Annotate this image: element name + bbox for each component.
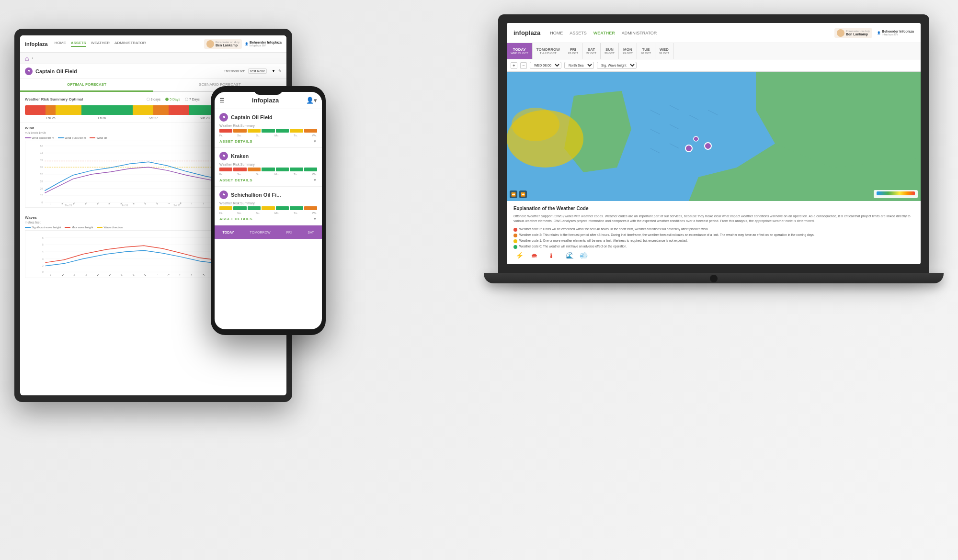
captain-bar-orange [233,129,246,133]
kraken-day-we: We. [312,173,317,176]
tablet-nav-assets[interactable]: ASSETS [71,41,86,47]
phone-tab-sat[interactable]: SAT [308,231,314,234]
radio-7days [185,98,188,101]
svg-text:↙: ↙ [109,273,111,276]
threshold-dropdown-icon[interactable]: ▼ [272,69,275,73]
phone-tab-fri[interactable]: FRI [286,231,292,234]
kraken-day-su: Su. [256,173,260,176]
date-tab-mon[interactable]: MON 29 OCT [619,43,637,59]
date-tab-wed2[interactable]: WED 31 OCT [655,43,673,59]
risk-seg-yellow2 [133,105,153,115]
radio-5days [165,98,169,101]
laptop-nav-home[interactable]: HOME [550,31,563,35]
tablet-nav-home[interactable]: HOME [55,41,66,47]
phone-tab-tomorrow[interactable]: TOMORROW [250,231,271,234]
parameter-select[interactable]: Sig. Wave height [597,62,637,69]
tablet-user-icon: 👤 [245,42,248,45]
laptop-logo: infoplaza [513,29,540,36]
days-5-option[interactable]: 5 Days [165,98,180,101]
edit-button[interactable]: ✎ [278,69,282,73]
zoom-out-btn[interactable]: − [520,62,527,69]
phone-asset-captain: ⚑ Captain Oil Field Weather Risk Summary [215,109,322,148]
laptop-nav-admin[interactable]: ADMINISTRATOR [622,31,657,35]
weather-icons-row: ⚡ Lightning 🌧 Rain 🌡 Temperature 🌊 [513,252,914,258]
svg-text:Thu 25: Thu 25 [65,204,72,207]
day-label-thu: Thu 25 [25,116,76,120]
time-select[interactable]: WED 08:00 [530,62,561,69]
captain-asset-details[interactable]: ASSET DETAILS ▼ [219,139,317,144]
schiehallion-asset-details[interactable]: ASSET DETAILS ▼ [219,217,317,221]
sch-day-sa: Sa. [237,212,241,214]
date-tab-sat[interactable]: SAT 27 OCT [582,43,601,59]
sig-wave-label: Significant wave height [32,226,61,229]
risk-seg-yellow1 [56,105,81,115]
wave-dir-label: Wave direction [103,226,122,229]
svg-rect-14 [877,191,915,195]
laptop-device: infoplaza HOME ASSETS WEATHER ADMINISTRA… [498,14,929,292]
kraken-asset-details[interactable]: ASSET DETAILS ▼ [219,178,317,182]
date-tab-tomorrow[interactable]: TOMORROW THU 25 OCT [533,43,564,59]
play-forward-btn[interactable]: ⏩ [519,190,527,198]
sch-bar-yellow2 [262,206,274,210]
kraken-asset-name: Kraken [231,153,249,159]
svg-text:44: 44 [40,152,43,155]
captain-day-we: We. [312,134,317,137]
svg-text:→: → [168,202,171,205]
captain-day-su: Su. [256,134,260,137]
threshold-value[interactable]: Test Rene [248,68,267,74]
region-select[interactable]: North Sea [564,62,594,69]
sat-label: SAT [586,47,596,52]
svg-text:20: 20 [40,188,43,190]
phone-tab-today[interactable]: TODAY [223,231,234,234]
user-info: Beheerder Infoplaza Infoplaza BV [882,30,914,36]
days-7-option[interactable]: 7 Days [185,98,200,101]
date-tab-today[interactable]: TODAY WED 24 OCT [507,43,533,59]
captain-bar-yellow [248,129,261,133]
play-back-btn[interactable]: ⏪ [510,190,517,198]
days-3-option[interactable]: 3 days [147,98,161,101]
code-item-yellow: Weather code 1: One or more weather elem… [513,239,914,243]
sidebar-toggle-label: › [32,56,33,60]
kraken-bar-green1 [262,168,274,171]
kraken-bar-green3 [290,168,303,171]
laptop-screen: infoplaza HOME ASSETS WEATHER ADMINISTRA… [507,23,921,264]
svg-text:↗: ↗ [167,273,170,276]
captain-bar-red [219,129,232,133]
rain-icon-item: 🌧 Rain [531,252,537,258]
home-icon[interactable]: ⌂ [25,55,29,62]
date-tab-fri[interactable]: FRI 26 OCT [564,43,582,59]
svg-text:↘: ↘ [144,273,146,276]
sch-day-tu: Tu. [294,212,297,214]
captain-chevron-icon: ▼ [313,139,317,144]
tablet-nav-weather[interactable]: WEATHER [91,41,110,47]
kraken-bar-green4 [304,168,317,171]
kraken-risk-label: Weather Risk Summary [219,163,317,166]
captain-asset-icon: ⚑ [219,113,228,122]
kraken-bar-orange [248,168,261,171]
laptop-base [484,273,944,283]
date-tab-tue[interactable]: TUE 30 OCT [637,43,655,59]
captain-day-fr: Fr. [219,134,223,137]
forecaster-avatar [837,29,844,37]
tablet-asset-header: ⚑ Captain Oil Field Threshold set: Test … [20,64,286,78]
svg-text:↘: ↘ [132,202,135,205]
laptop-nav-assets[interactable]: ASSETS [570,31,587,35]
captain-bar-green2 [276,129,289,133]
laptop-nav-weather[interactable]: WEATHER [593,31,615,35]
code-text-red: Weather code 3: Limits will be exceeded … [519,227,709,231]
hamburger-icon[interactable]: ☰ [219,97,225,104]
today-label: TODAY [511,47,528,52]
map-controls: + − WED 08:00 North Sea Sig. Wave height [507,59,921,72]
captain-asset-header: ⚑ Captain Oil Field [219,113,317,122]
zoom-in-btn[interactable]: + [511,62,517,69]
date-tab-sun[interactable]: SUN 28 OCT [601,43,619,59]
code-dot-green [513,245,517,249]
tablet-nav-admin[interactable]: ADMINISTRATOR [114,41,146,47]
tab-optimal-forecast[interactable]: OPTIMAL FORECAST [20,78,153,92]
svg-text:↑: ↑ [191,273,192,276]
phone-user-icon[interactable]: 👤▾ [306,97,317,104]
lightning-icon-item: ⚡ Lightning [513,252,525,258]
laptop-camera [710,275,718,282]
temp-icon: 🌡 [548,252,555,258]
kraken-bar-red2 [233,168,246,171]
